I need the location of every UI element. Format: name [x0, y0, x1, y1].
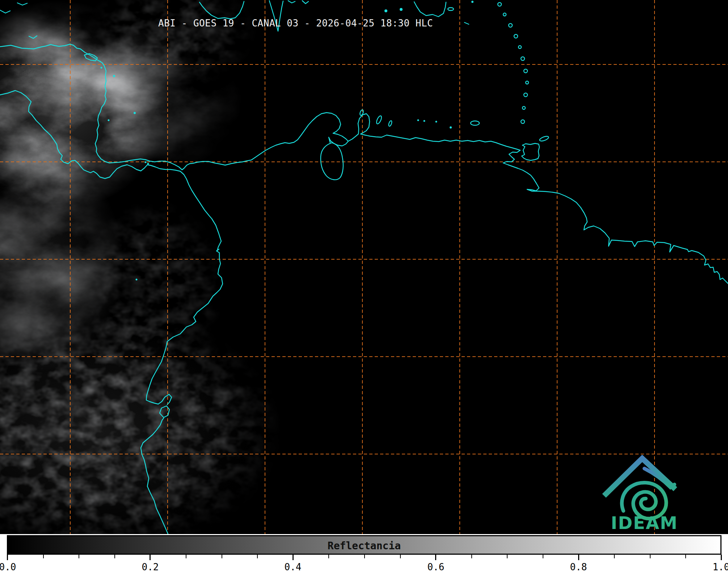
colorbar-tick-label: 0.0 — [0, 562, 16, 571]
satellite-map: ABI - GOES 19 - CANAL 03 - 2026-04-25 18… — [0, 0, 728, 534]
colorbar-gradient: Reflectancia — [7, 535, 721, 555]
ideam-logo-text: IDEAM — [608, 513, 681, 533]
ideam-logo: IDEAM — [598, 451, 691, 537]
colorbar-tick-label: 0.4 — [285, 562, 302, 571]
colorbar-label: Reflectancia — [8, 540, 720, 552]
colorbar-tick-label: 1.0 — [713, 562, 728, 571]
colorbar-major-ticks — [7, 555, 723, 560]
roof-icon — [606, 458, 674, 494]
colorbar-tick-label: 0.8 — [570, 562, 587, 571]
map-title: ABI - GOES 19 - CANAL 03 - 2026-04-25 18… — [158, 18, 433, 29]
cloud-speckle-pacific — [72, 196, 232, 369]
cloud-haze-top — [80, 0, 261, 94]
colorbar: Reflectancia 0.0 0.2 0.4 0.6 0.8 1.0 — [0, 534, 728, 571]
colorbar-tick-label: 0.2 — [142, 562, 159, 571]
colorbar-tick-label: 0.6 — [428, 562, 445, 571]
screenshot-root: ABI - GOES 19 - CANAL 03 - 2026-04-25 18… — [0, 0, 728, 571]
